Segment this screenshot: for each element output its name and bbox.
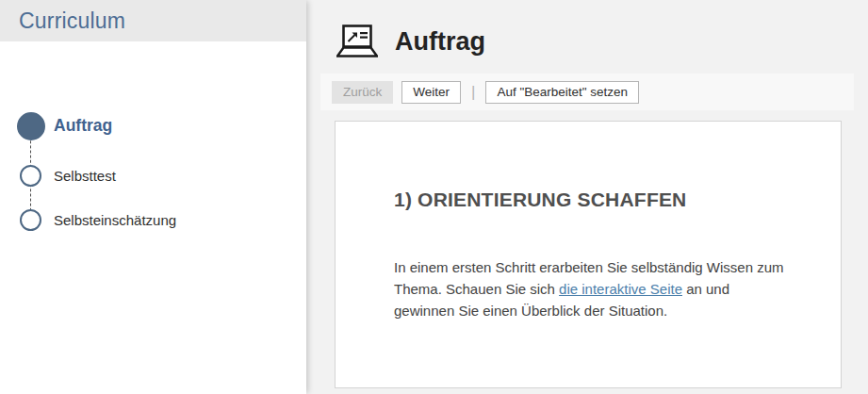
content-paragraph: In einem ersten Schritt erarbeiten Sie s… — [394, 256, 786, 321]
set-processed-button[interactable]: Auf "Bearbeitet" setzen — [485, 81, 639, 104]
curriculum-sidebar: Curriculum Auftrag Selbsttest Selbsteins… — [0, 0, 306, 394]
sidebar-header: Curriculum — [0, 0, 306, 41]
curriculum-timeline: Auftrag Selbsttest Selbsteinschätzung — [0, 41, 306, 394]
step-label-selbsteinschaetzung[interactable]: Selbsteinschätzung — [54, 212, 176, 228]
page-title: Auftrag — [395, 27, 485, 57]
step-circle-outline-icon[interactable] — [20, 165, 41, 187]
step-circle-filled-icon[interactable] — [17, 112, 45, 140]
content-heading: 1) ORIENTIERUNG SCHAFFEN — [394, 189, 686, 211]
next-button[interactable]: Weiter — [401, 81, 461, 104]
main-content-area: Auftrag Zurück Weiter | Auf "Bearbeitet"… — [306, 0, 868, 394]
curriculum-app: Curriculum Auftrag Selbsttest Selbsteins… — [0, 0, 868, 394]
step-circle-outline-icon[interactable] — [20, 209, 41, 231]
learning-module-laptop-chart-icon — [336, 25, 378, 58]
page-content-panel: 1) ORIENTIERUNG SCHAFFEN In einem ersten… — [335, 121, 842, 388]
step-label-selbsttest[interactable]: Selbsttest — [54, 168, 116, 184]
toolbar-separator: | — [469, 83, 477, 102]
navigation-toolbar: Zurück Weiter | Auf "Bearbeitet" setzen — [320, 74, 854, 110]
back-button[interactable]: Zurück — [332, 81, 393, 104]
page-header: Auftrag — [336, 25, 485, 58]
sidebar-title: Curriculum — [19, 8, 125, 34]
step-label-auftrag[interactable]: Auftrag — [54, 116, 112, 136]
interactive-page-link[interactable]: die interaktive Seite — [559, 281, 682, 297]
